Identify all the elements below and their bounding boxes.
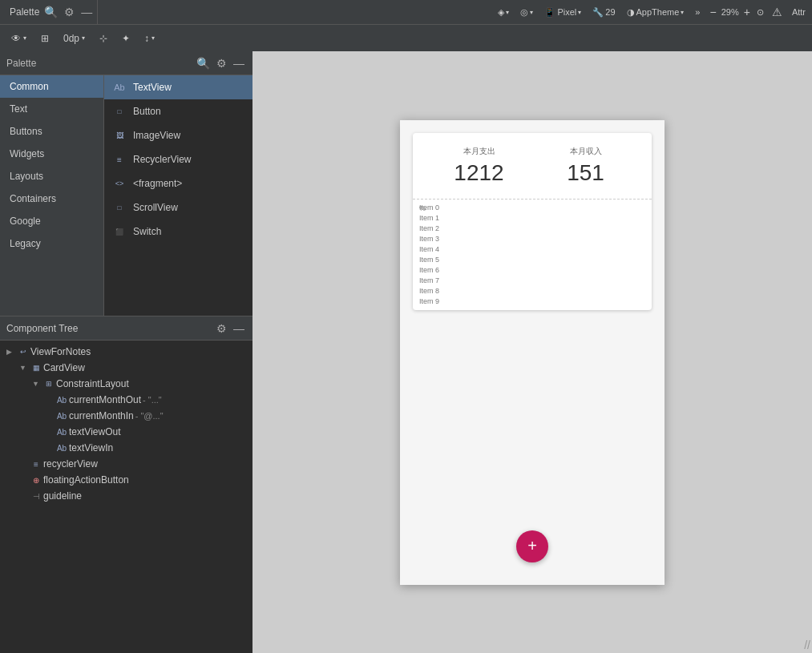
palette-minimize-btn[interactable]: — — [79, 5, 94, 19]
connect-btn[interactable]: ⊹ — [95, 30, 112, 46]
api-label: 29 — [605, 7, 615, 17]
tree-suffix-currentmonthout: - "..." — [143, 395, 162, 405]
tree-label-cardview: CardView — [43, 362, 85, 373]
device-label: Pixel — [557, 7, 576, 17]
type-icon-textviewout: Ab — [55, 426, 69, 437]
scrollview-label: ScrollView — [133, 202, 178, 213]
tree-textviewout[interactable]: Ab textViewOut — [0, 424, 252, 440]
connect-icon: ⊹ — [99, 33, 107, 44]
tree-label-fab: floatingActionButton — [43, 474, 129, 486]
category-google[interactable]: Google — [0, 210, 103, 232]
layer-icon: ◈ — [498, 7, 504, 18]
tree-label-textviewin: textViewIn — [69, 442, 113, 453]
theme-icon: ◑ — [627, 7, 635, 18]
list-item-1: Item 1 — [413, 213, 652, 224]
palette-search-icon-btn[interactable]: 🔍 — [195, 56, 212, 71]
type-icon-guideline: ⊣ — [29, 490, 43, 502]
margin-dropdown-btn[interactable]: 0dp ▾ — [59, 30, 90, 46]
magic-btn[interactable]: ✦ — [117, 30, 135, 46]
component-switch[interactable]: ⬛ Switch — [104, 220, 252, 244]
overflow-btn[interactable]: » — [692, 6, 703, 18]
list-item-5: Item 5 — [413, 255, 652, 265]
left-panel: Palette 🔍 ⚙ — Common Text Buttons Widget… — [0, 51, 252, 653]
tree-minimize-btn[interactable]: — — [232, 321, 246, 336]
app-screen: 本月支出 1212 本月収入 151 % Item 0 Item — [400, 120, 665, 585]
palette-header-actions: 🔍 ⚙ — — [195, 56, 246, 71]
income-value: 151 — [567, 160, 604, 186]
tree-textviewin[interactable]: Ab textViewIn — [0, 440, 252, 456]
tree-viewfornotes[interactable]: ▶ ↩ ViewForNotes — [0, 344, 252, 360]
palette-gear-btn[interactable]: ⚙ — [215, 56, 228, 71]
align-btn[interactable]: ↕ ▾ — [139, 30, 160, 46]
tree-label-guideline: guideline — [43, 490, 82, 502]
warning-btn[interactable]: ⚠ — [770, 6, 784, 18]
api-btn[interactable]: 🔧 29 — [589, 6, 618, 19]
palette-header: Palette 🔍 ⚙ — — [0, 51, 252, 75]
tree-title: Component Tree — [6, 323, 78, 334]
card-stats: 本月支出 1212 本月収入 151 — [413, 133, 652, 199]
category-layouts[interactable]: Layouts — [0, 165, 103, 187]
list-item-9: Item 9 — [413, 296, 652, 307]
recycler-container: % Item 0 Item 1 Item 2 Item 3 Item 4 Ite… — [413, 199, 652, 310]
component-recyclerview[interactable]: ≡ RecyclerView — [104, 147, 252, 171]
category-text[interactable]: Text — [0, 98, 103, 120]
eye-dropdown-btn[interactable]: 👁 ▾ — [6, 30, 31, 46]
device-dropdown-btn[interactable]: 📱 Pixel ▾ — [541, 6, 584, 19]
tree-guideline[interactable]: ⊣ guideline — [0, 488, 252, 504]
theme-dropdown-btn[interactable]: ◑ AppTheme ▾ — [624, 6, 688, 19]
component-tree-panel: Component Tree ⚙ — ▶ ↩ ViewForNotes ▼ — [0, 316, 252, 653]
type-icon-currentmonthin: Ab — [55, 410, 69, 421]
tree-currentmonthin[interactable]: Ab currentMonthIn - "@..." — [0, 408, 252, 424]
income-label: 本月収入 — [570, 146, 602, 157]
imageview-icon: 🖼 — [112, 128, 127, 143]
type-icon-textviewin: Ab — [55, 442, 69, 453]
category-containers[interactable]: Containers — [0, 187, 103, 210]
category-common[interactable]: Common — [0, 75, 103, 98]
brush-dropdown-btn[interactable]: ◎ ▾ — [517, 6, 536, 19]
zoom-fit-btn[interactable]: ⊙ — [755, 8, 766, 17]
tree-currentmonthout[interactable]: Ab currentMonthOut - "..." — [0, 392, 252, 408]
category-widgets[interactable]: Widgets — [0, 143, 103, 165]
canvas-area: 本月支出 1212 本月収入 151 % Item 0 Item — [252, 51, 812, 653]
textview-icon: Ab — [112, 80, 127, 95]
palette-close-btn[interactable]: — — [232, 56, 246, 71]
layer-dropdown-btn[interactable]: ◈ ▾ — [495, 6, 512, 19]
fragment-label: <fragment> — [133, 178, 182, 189]
component-textview[interactable]: Ab TextView — [104, 75, 252, 99]
magnet-btn[interactable]: ⊞ — [36, 30, 54, 46]
margin-dropdown-arrow: ▾ — [82, 34, 85, 42]
tree-settings-btn[interactable]: ⚙ — [215, 321, 228, 336]
palette-section: Palette 🔍 ⚙ — — [6, 0, 98, 24]
align-dropdown-arrow: ▾ — [151, 34, 155, 42]
palette-search-btn[interactable]: 🔍 — [42, 5, 59, 19]
tree-header-actions: ⚙ — — [215, 321, 246, 336]
tree-recyclerview[interactable]: ≡ recyclerView — [0, 456, 252, 472]
eye-icon: 👁 — [11, 33, 21, 44]
fab-icon: + — [527, 537, 537, 555]
tree-fab[interactable]: ⊕ floatingActionButton — [0, 472, 252, 488]
component-fragment[interactable]: <> <fragment> — [104, 171, 252, 195]
palette-body: Common Text Buttons Widgets Layouts Cont… — [0, 75, 252, 316]
tree-body: ▶ ↩ ViewForNotes ▼ ▦ CardView ▼ ⊞ Constr… — [0, 341, 252, 653]
zoom-in-btn[interactable]: + — [742, 6, 752, 18]
palette-settings-btn[interactable]: ⚙ — [63, 5, 76, 19]
zoom-out-btn[interactable]: − — [708, 6, 717, 18]
tree-label-constraintlayout: ConstraintLayout — [56, 378, 129, 389]
tree-constraintlayout[interactable]: ▼ ⊞ ConstraintLayout — [0, 376, 252, 392]
tree-label-recyclerview: recyclerView — [43, 458, 98, 470]
recycler-list: Item 0 Item 1 Item 2 Item 3 Item 4 Item … — [413, 203, 652, 307]
fab-button[interactable]: + — [516, 530, 548, 562]
tree-suffix-currentmonthin: - "@..." — [135, 411, 164, 421]
component-scrollview[interactable]: □ ScrollView — [104, 195, 252, 220]
expand-constraintlayout: ▼ — [32, 380, 42, 388]
component-button[interactable]: □ Button — [104, 99, 252, 123]
tree-label-viewfornotes: ViewForNotes — [30, 346, 91, 357]
type-icon-viewfornotes: ↩ — [16, 346, 30, 357]
tree-cardview[interactable]: ▼ ▦ CardView — [0, 360, 252, 376]
category-buttons[interactable]: Buttons — [0, 120, 103, 143]
component-imageview[interactable]: 🖼 ImageView — [104, 123, 252, 147]
resize-handle[interactable]: // — [804, 639, 810, 651]
tree-label-currentmonthout: currentMonthOut — [69, 394, 141, 405]
list-item-2: Item 2 — [413, 224, 652, 234]
category-legacy[interactable]: Legacy — [0, 232, 103, 255]
